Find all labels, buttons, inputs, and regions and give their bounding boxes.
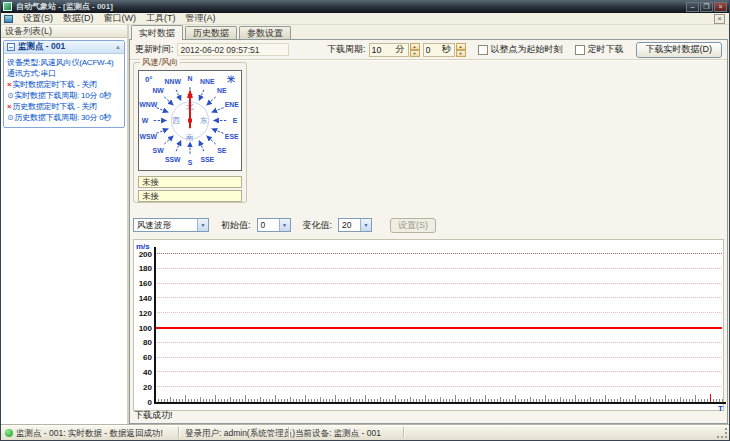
initial-value-select[interactable]: 0 ▼ [257,218,291,232]
time-ruler-tick [290,397,291,402]
device-panel-header[interactable]: 监测点 - 001 ▲ [4,41,124,54]
checkbox-start-on-hour[interactable]: 以整点为起始时刻 [478,43,563,56]
time-ruler-tick [434,399,435,402]
svg-text:ENE: ENE [225,101,240,108]
chevron-down-icon[interactable]: ▼ [279,219,290,231]
time-ruler-tick [161,399,162,402]
device-info-text: 实时数据定时下载 - 关闭 [12,80,97,89]
device-info-line: ×历史数据定时下载 - 关闭 [7,101,123,112]
time-ruler-tick [638,399,639,402]
time-ruler-tick [665,395,666,402]
tab-strip: 实时数据历史数据参数设置 [131,25,291,39]
device-panel[interactable]: 监测点 - 001 ▲ 设备类型:风速风向仪(ACFW-4)通讯方式:串口×实时… [3,40,125,128]
close-button[interactable]: × [714,2,727,12]
time-ruler-tick [227,399,228,402]
resize-grip[interactable] [717,428,728,439]
time-ruler-tick [422,399,423,402]
time-ruler-tick [194,399,195,402]
time-ruler-tick [446,399,447,402]
seconds-input[interactable] [426,45,441,55]
tab-1[interactable]: 实时数据 [131,25,183,40]
time-ruler-tick [239,399,240,402]
time-ruler-tick [569,399,570,402]
seconds-spinner[interactable]: ▲▼ [456,43,466,57]
checkbox-timed-download[interactable]: 定时下载 [575,43,624,56]
time-ruler-tick [707,399,708,402]
wind-speed-chart: 020406080100120140160180200m/sT [133,239,724,411]
svg-text:SSE: SSE [200,156,214,163]
svg-text:西: 西 [172,116,180,125]
time-ruler-tick [650,397,651,402]
waveform-select[interactable]: 风速波形 ▼ [133,218,209,232]
menu-item-1[interactable]: 设置(S) [18,13,58,24]
update-time-value: 2012-06-02 09:57:51 [177,43,289,56]
time-ruler-tick [275,395,276,402]
time-ruler-tick [386,399,387,402]
time-ruler-tick [431,399,432,402]
time-ruler-tick [566,399,567,402]
time-ruler-tick [326,399,327,402]
pin-icon[interactable]: ▲ [115,44,121,50]
device-info-lines: 设备类型:风速风向仪(ACFW-4)通讯方式:串口×实时数据定时下载 - 关闭⊙… [4,54,124,127]
time-ruler-tick [170,397,171,402]
gridline [154,386,722,387]
tab-3[interactable]: 参数设置 [239,26,291,39]
y-tick-label: 20 [135,383,152,392]
mdi-child-icon [4,15,13,23]
menu-item-2[interactable]: 数据(D) [58,13,99,24]
time-ruler-tick [266,399,267,402]
time-ruler-tick [338,399,339,402]
tab-2[interactable]: 历史数据 [185,26,237,39]
gridline [154,312,722,313]
svg-text:米: 米 [226,75,235,84]
time-ruler-tick [623,399,624,402]
minutes-spinner[interactable]: ▲▼ [410,43,420,57]
svg-text:NNE: NNE [200,78,215,85]
time-ruler-tick [272,399,273,402]
time-ruler-tick [542,399,543,402]
time-ruler-tick [449,399,450,402]
menu-item-5[interactable]: 管理(A) [181,13,221,24]
time-ruler-tick [662,399,663,402]
seconds-input-box: 秒 [423,43,455,57]
checkbox-timed-download-box[interactable] [575,45,585,55]
svg-text:0°: 0° [145,75,152,84]
menu-item-3[interactable]: 窗口(W) [99,13,142,24]
checkbox-start-on-hour-box[interactable] [478,45,488,55]
download-realtime-button[interactable]: 下载实时数据(D) [636,42,723,58]
time-ruler-tick [590,397,591,402]
time-ruler-tick [539,399,540,402]
maximize-button[interactable]: ❐ [700,2,713,12]
y-tick-label: 180 [135,264,152,273]
time-ruler-tick [494,399,495,402]
wind-group-label: 风速/风向 [140,57,180,69]
change-value-select[interactable]: 20 ▼ [338,218,372,232]
time-ruler-tick [167,399,168,402]
chart-controls-row: 风速波形 ▼ 初始值: 0 ▼ 变化值: 20 ▼ 设置(S) [133,217,436,233]
chevron-down-icon[interactable]: ▼ [360,219,371,231]
time-ruler-tick [575,395,576,402]
minimize-button[interactable]: – [686,2,699,12]
menu-item-4[interactable]: 工具(T) [141,13,181,24]
device-info-line: ⊙历史数据下载周期: 30分 0秒 [7,112,123,123]
wind-direction-value: 未接 [138,190,242,202]
mdi-close-icon[interactable]: × [714,14,725,24]
time-ruler-tick [509,399,510,402]
svg-text:NW: NW [152,87,164,94]
settings-button[interactable]: 设置(S) [390,218,436,233]
time-ruler-tick [287,399,288,402]
chevron-down-icon[interactable]: ▼ [197,219,208,231]
minutes-input[interactable] [372,45,395,55]
time-ruler-tick [317,399,318,402]
device-info-line: ⊙实时数据下载周期: 10分 0秒 [7,90,123,101]
time-ruler-tick [395,395,396,402]
gridline [154,357,722,358]
wind-compass: NNNENEENEEESESESSESSSWSWWSWWWNWNWNNW北南西东… [138,70,242,171]
time-ruler-tick [500,397,501,402]
time-ruler-tick [554,399,555,402]
seconds-stepper: 秒 ▲▼ [423,43,466,57]
device-list-sidebar: 设备列表(L) 监测点 - 001 ▲ 设备类型:风速风向仪(ACFW-4)通讯… [1,25,129,424]
y-tick-label: 140 [135,294,152,303]
time-ruler-tick [452,399,453,402]
time-ruler-tick [668,399,669,402]
